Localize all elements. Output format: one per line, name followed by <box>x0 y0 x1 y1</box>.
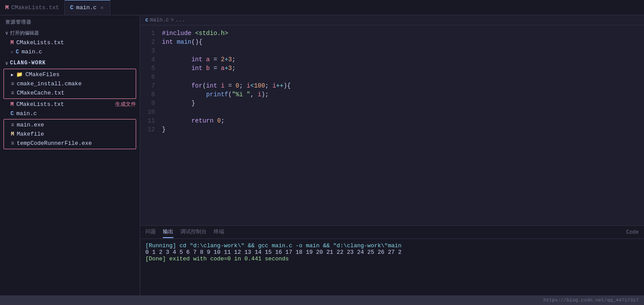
code-line-11: 11 return 0; <box>140 116 644 125</box>
chevron-right-icon: ▶ <box>11 72 14 77</box>
cmakefiles-name: CMakeFiles <box>25 71 60 78</box>
line-content-4: int a = 2+3; <box>162 55 644 64</box>
line-num-11: 11 <box>140 116 162 125</box>
sidebar-item-makefile[interactable]: M Makefile <box>4 130 136 139</box>
tab-problems[interactable]: 问题 <box>145 226 156 238</box>
c-icon-2: C <box>11 111 14 117</box>
code-area: 1 #include <stdio.h> 2 int main(){ 3 4 <box>140 25 644 137</box>
editor-content[interactable]: 1 #include <stdio.h> 2 int main(){ 3 4 <box>140 25 644 225</box>
breadcrumb-context: ... <box>176 17 185 23</box>
line-num-3: 3 <box>140 46 162 55</box>
m-icon-2: M <box>11 102 14 108</box>
output-line-1: [Running] cd "d:\clang-work\" && gcc mai… <box>145 242 639 249</box>
tab-cmakelists-label: CMakeLists.txt <box>11 4 59 11</box>
code-line-8: 8 printf("%i ", i); <box>140 90 644 99</box>
line-content-9: } <box>162 99 644 108</box>
workspace-toggle[interactable]: ∨ CLANG-WORK <box>0 58 140 68</box>
sidebar: 资源管理器 ∨ 打开的编辑器 M CMakeLists.txt ✕ C main… <box>0 15 140 295</box>
lines-icon-4: ≡ <box>11 140 14 147</box>
code-line-3: 3 <box>140 46 644 55</box>
sidebar-item-mainc[interactable]: ✕ C main.c <box>0 47 140 56</box>
folder-icon: 📁 <box>16 71 23 78</box>
line-num-5: 5 <box>140 64 162 73</box>
sidebar-item-cmake-install[interactable]: ≡ cmake_install.cmake <box>4 79 136 88</box>
sidebar-item-cmakefiles[interactable]: ▶ 📁 CMakeFiles <box>4 70 136 79</box>
chevron-down-icon: ∨ <box>5 30 8 36</box>
mainc-ws-name: main.c <box>16 110 37 117</box>
sidebar-title: 资源管理器 <box>0 15 140 27</box>
output-line-3: [Done] exited with code=0 in 0.441 secon… <box>145 256 639 262</box>
tempcode-name: tempCodeRunnerFile.exe <box>17 140 92 147</box>
code-line-10: 10 <box>140 108 644 116</box>
lines-icon-3: ≡ <box>11 122 14 128</box>
sidebar-item-cmakelists-ws[interactable]: M CMakeLists.txt 生成文件 <box>0 100 140 109</box>
line-content-8: printf("%i ", i); <box>162 90 644 99</box>
line-num-10: 10 <box>140 108 162 116</box>
output-line-2: 0 1 2 3 4 5 6 7 8 9 10 11 12 13 14 15 16… <box>145 249 639 256</box>
workspace-section: ∨ CLANG-WORK ▶ 📁 CMakeFiles ≡ cmake_inst… <box>0 57 140 151</box>
cmakecache-name: CMakeCache.txt <box>17 90 64 96</box>
code-line-7: 7 for(int i = 0; i<100; i++){ <box>140 81 644 90</box>
tab-output[interactable]: 输出 <box>163 226 173 238</box>
cmakelists-ws-name: CMakeLists.txt <box>16 101 64 108</box>
generated-label: 生成文件 <box>115 101 136 108</box>
code-line-1: 1 #include <stdio.h> <box>140 29 644 38</box>
tab-terminal[interactable]: 终端 <box>214 226 224 238</box>
sidebar-item-tempcode[interactable]: ≡ tempCodeRunnerFile.exe <box>4 139 136 148</box>
workspace-label: CLANG-WORK <box>10 60 46 66</box>
code-line-2: 2 int main(){ <box>140 38 644 46</box>
mainexe-name: main.exe <box>17 122 44 128</box>
tab-mainc-label: main.c <box>76 4 97 11</box>
tab-mainc[interactable]: C main.c ✕ <box>65 0 110 15</box>
code-line-5: 5 int b = a+3; <box>140 64 644 73</box>
cmake-install-name: cmake_install.cmake <box>17 81 81 87</box>
line-num-6: 6 <box>140 73 162 81</box>
line-content-12: } <box>162 125 644 134</box>
code-line-4: 4 int a = 2+3; <box>140 55 644 64</box>
c-icon: C <box>16 49 19 55</box>
line-num-1: 1 <box>140 29 162 38</box>
code-line-12: 12 } <box>140 125 644 134</box>
lines-icon-1: ≡ <box>11 81 14 87</box>
line-num-9: 9 <box>140 99 162 108</box>
tab-close-button[interactable]: ✕ <box>99 4 105 11</box>
make-icon: M <box>11 131 14 137</box>
sidebar-item-cmakelists[interactable]: M CMakeLists.txt <box>0 38 140 47</box>
exe-files-group: ≡ main.exe M Makefile ≡ tempCodeRunnerFi… <box>4 119 136 149</box>
tab-c-icon: C <box>70 4 74 11</box>
bottom-url: https://blog.csdn.net/qq_44717317 <box>543 298 639 303</box>
panel-tabs: 问题 输出 调试控制台 终端 Code <box>140 226 644 239</box>
line-content-3 <box>162 46 644 55</box>
code-line-6: 6 <box>140 73 644 81</box>
close-icon-small: ✕ <box>11 49 13 55</box>
sidebar-item-cmakecache[interactable]: ≡ CMakeCache.txt <box>4 88 136 98</box>
chevron-down-icon-2: ∨ <box>5 60 8 66</box>
cmake-files-group: ▶ 📁 CMakeFiles ≡ cmake_install.cmake ≡ C… <box>4 69 136 99</box>
code-line-9: 9 } <box>140 99 644 108</box>
line-content-2: int main(){ <box>162 38 644 46</box>
sidebar-item-mainc-ws[interactable]: C main.c <box>0 109 140 118</box>
breadcrumb-file-icon: C <box>145 18 148 23</box>
panel-right-label: Code <box>626 229 639 235</box>
tab-bar: M CMakeLists.txt C main.c ✕ <box>0 0 644 15</box>
main-area: 资源管理器 ∨ 打开的编辑器 M CMakeLists.txt ✕ C main… <box>0 15 644 295</box>
sidebar-item-mainexe[interactable]: ≡ main.exe <box>4 120 136 130</box>
m-icon: M <box>11 40 14 46</box>
bottom-bar: https://blog.csdn.net/qq_44717317 <box>0 295 644 305</box>
line-num-2: 2 <box>140 38 162 46</box>
line-content-7: for(int i = 0; i<100; i++){ <box>162 81 644 90</box>
open-editors-section: ∨ 打开的编辑器 M CMakeLists.txt ✕ C main.c <box>0 27 140 57</box>
line-num-8: 8 <box>140 90 162 99</box>
line-content-6 <box>162 73 644 81</box>
panel-content[interactable]: [Running] cd "d:\clang-work\" && gcc mai… <box>140 239 644 295</box>
line-num-12: 12 <box>140 125 162 134</box>
breadcrumb-separator: > <box>171 17 174 23</box>
open-editors-toggle[interactable]: ∨ 打开的编辑器 <box>0 28 140 38</box>
tab-m-icon: M <box>5 4 9 11</box>
line-num-7: 7 <box>140 81 162 90</box>
tab-debug-console[interactable]: 调试控制台 <box>180 226 207 238</box>
lines-icon-2: ≡ <box>11 90 14 96</box>
line-content-11: return 0; <box>162 116 644 125</box>
tab-cmakelists[interactable]: M CMakeLists.txt <box>0 0 65 15</box>
sidebar-cmakelists-name: CMakeLists.txt <box>16 39 64 46</box>
